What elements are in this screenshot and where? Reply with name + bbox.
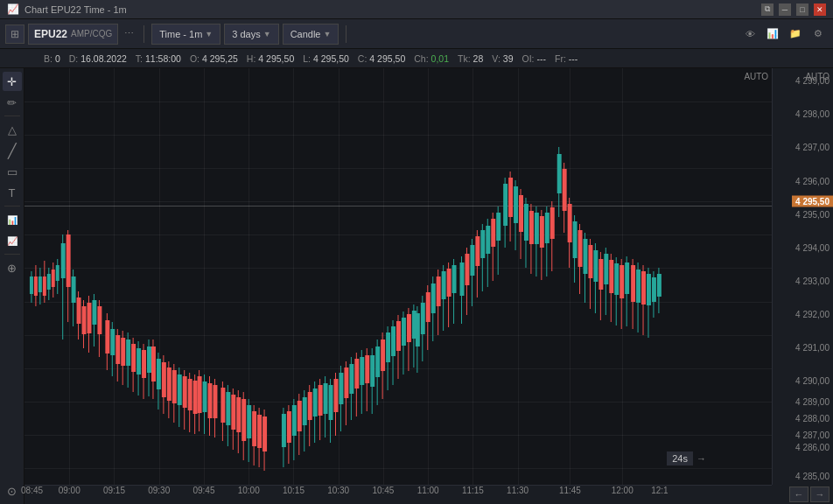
ch-value: 0,01 [431,53,449,64]
v-value: 39 [503,53,514,64]
compare-btn[interactable]: 👁 [740,24,760,44]
main-area: ✛ ✏ △ ╱ ▭ T 📊 📈 ⊕ ⊙ AUTO [0,68,833,504]
d-label: D: [69,53,79,64]
rect-tool-btn[interactable]: ▭ [3,162,22,181]
o-label: O: [190,53,200,64]
fr-label: Fr: [555,53,566,64]
svg-rect-129 [631,265,635,302]
draw-tool-btn[interactable]: ✏ [3,93,22,112]
line-tool-btn[interactable]: ╱ [3,141,22,160]
settings-btn[interactable]: ⚙ [808,24,828,44]
svg-rect-5 [38,276,42,292]
time-1100: 11:00 [417,486,439,495]
zoom-tool-btn[interactable]: ⊕ [3,258,22,277]
countdown-area: 24s → [667,452,706,466]
b-value: 0 [55,53,60,64]
indicators-btn[interactable]: 📊 [763,24,782,44]
period-selector[interactable]: 3 days ▼ [224,24,278,45]
svg-rect-127 [604,254,608,284]
info-t: T: 11:58:00 [136,53,181,64]
lt-sep2 [4,206,20,206]
svg-rect-205 [442,271,446,299]
settings-tool-btn[interactable]: ⊙ [3,481,22,500]
indicators-tool-btn[interactable]: 📊 [3,210,22,229]
time-1000: 10:00 [238,486,260,495]
svg-rect-7 [43,276,46,296]
svg-rect-17 [82,306,87,334]
svg-rect-219 [535,213,539,244]
close-btn[interactable]: ✕ [814,4,826,16]
time-1201: 12:1 [651,486,668,495]
price-4289: 4 289,00 [795,396,830,406]
scroll-left-btn[interactable]: ← [789,486,808,502]
maximize-btn[interactable]: □ [796,4,808,16]
cursor-tool-btn[interactable]: ✛ [3,72,22,91]
t-label: T: [136,53,143,64]
svg-rect-85 [426,292,430,322]
svg-rect-157 [147,346,151,373]
price-4298: 4 298,00 [795,109,830,119]
left-toolbar: ✛ ✏ △ ╱ ▭ T 📊 📈 ⊕ ⊙ [0,68,24,504]
timeframe-selector[interactable]: Time - 1m ▼ [151,24,220,45]
svg-rect-163 [183,376,187,408]
svg-rect-147 [97,306,102,334]
l-value: 4 295,50 [313,53,349,64]
price-4296: 4 296,00 [795,176,830,186]
svg-rect-179 [313,388,318,416]
svg-rect-79 [386,332,390,362]
svg-rect-37 [198,376,202,413]
info-h: H: 4 295,50 [247,53,294,64]
svg-rect-35 [167,368,172,401]
symbol-options-btn[interactable]: ⋯ [122,28,136,39]
svg-rect-223 [545,213,550,243]
svg-rect-71 [344,368,348,398]
text-tool-btn[interactable]: T [3,183,22,202]
titlebar-left: 📈 Chart EPU22 Time - 1m [7,4,127,15]
chart-type-arrow: ▼ [323,30,331,38]
svg-rect-115 [573,221,578,258]
templates-btn[interactable]: 📁 [786,24,805,44]
triangle-tool-btn[interactable]: △ [3,120,22,139]
svg-rect-41 [208,383,213,418]
svg-rect-197 [402,318,406,346]
svg-rect-227 [609,260,613,293]
svg-rect-11 [66,234,71,287]
time-1030: 10:30 [327,486,349,495]
restore-btn[interactable]: ⧉ [761,4,774,16]
time-1045: 10:45 [372,486,394,495]
svg-rect-173 [231,395,235,430]
svg-rect-15 [77,298,81,324]
svg-rect-217 [529,211,534,244]
chart-type-selector[interactable]: Candle ▼ [283,24,340,45]
stats-tool-btn[interactable]: 📈 [3,231,22,250]
minimize-btn[interactable]: ─ [779,4,791,16]
o-value: 4 295,25 [202,53,238,64]
svg-rect-21 [105,320,109,354]
symbol-icon-btn[interactable]: ⊞ [5,24,24,44]
chart-canvas[interactable]: AUTO [24,68,772,485]
l-label: L: [303,53,311,64]
svg-rect-199 [407,314,411,342]
svg-rect-185 [349,364,354,394]
v-label: V: [492,53,500,64]
scroll-right-btn[interactable]: → [810,486,830,502]
svg-rect-175 [236,397,241,432]
svg-rect-155 [142,350,146,378]
svg-rect-181 [318,385,323,416]
svg-rect-161 [178,374,182,405]
svg-rect-69 [339,373,343,404]
info-b: B: 0 [44,53,60,64]
svg-rect-125 [598,259,603,290]
svg-rect-229 [614,263,619,295]
svg-rect-55 [282,414,286,447]
sep2 [346,25,346,43]
symbol-selector[interactable]: EPU22 AMP/CQG [28,24,118,45]
svg-rect-51 [257,415,262,448]
svg-rect-183 [324,383,328,414]
svg-rect-91 [465,254,469,285]
timeframe-arrow: ▼ [205,30,213,38]
svg-rect-25 [116,335,120,364]
fr-value: --- [569,53,578,64]
timeframe-label: Time - 1m [159,29,202,39]
symbol-exchange: AMP/CQG [71,29,112,38]
